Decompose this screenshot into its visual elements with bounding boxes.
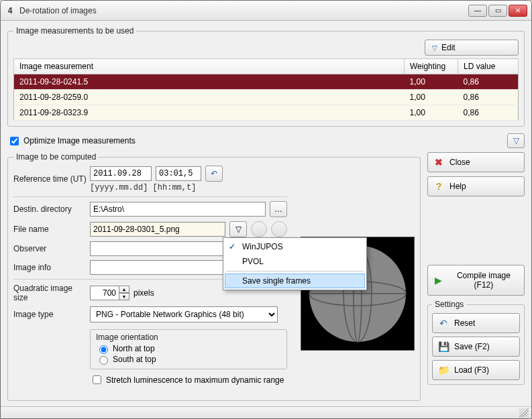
measurements-legend: Image measurements to be used — [13, 26, 136, 36]
settings-group: Settings ↶Reset 💾Save (F2) 📁Load (F3) — [427, 300, 525, 385]
maximize-button[interactable]: ▭ — [488, 5, 507, 17]
col-weight[interactable]: Weighting — [405, 59, 458, 74]
close-icon: ✖ — [433, 157, 444, 168]
edit-button[interactable]: ▽ Edit — [425, 40, 519, 56]
close-button[interactable]: ✖Close — [427, 152, 525, 172]
chevron-down-icon: ▽ — [235, 225, 242, 234]
menu-item[interactable]: PVOL — [225, 254, 365, 269]
undo-icon: ↶ — [211, 169, 217, 178]
quad-size-spinner[interactable]: ▲▼ — [90, 286, 129, 300]
window-title: De-rotation of images — [19, 6, 468, 15]
reset-button[interactable]: ↶Reset — [432, 313, 520, 333]
image-type-select[interactable]: PNG - Portable Network Graphics (48 bit) — [90, 306, 278, 322]
spin-down[interactable]: ▼ — [119, 293, 129, 300]
app-icon: 4 — [5, 5, 15, 16]
extra-button-2[interactable] — [271, 221, 287, 237]
reset-time-button[interactable]: ↶ — [205, 166, 223, 182]
file-name-input[interactable] — [90, 222, 225, 237]
observer-input[interactable] — [90, 241, 224, 256]
image-info-label: Image info — [13, 263, 87, 272]
table-row[interactable]: 2011-09-28-0323.91,000,86 — [14, 105, 519, 121]
ref-time-label: Reference time (UT) — [13, 174, 87, 184]
quad-size-label: Quadratic image size — [13, 284, 87, 302]
ref-date-input[interactable] — [90, 166, 152, 181]
dest-dir-input[interactable] — [90, 202, 266, 217]
menu-item[interactable]: WinJUPOS — [225, 239, 365, 254]
measurements-group: Image measurements to be used ▽ Edit Ima… — [7, 26, 525, 127]
compute-group: Image to be computed Reference time (UT)… — [7, 152, 421, 401]
table-row[interactable]: 2011-09-28-0241.51,000,86 — [14, 74, 519, 90]
app-window: 4 De-rotation of images — ▭ ✕ Image meas… — [0, 0, 532, 419]
folder-icon: 📁 — [438, 365, 449, 375]
col-ld[interactable]: LD value — [458, 59, 519, 74]
menu-item[interactable]: Save single frames — [225, 274, 365, 288]
minimize-button[interactable]: — — [468, 5, 487, 17]
file-name-options-button[interactable]: ▽ — [229, 221, 247, 237]
orientation-south[interactable]: South at top — [96, 354, 281, 365]
resize-grip[interactable] — [519, 408, 529, 418]
file-name-dropdown: WinJUPOSPVOLSave single frames — [223, 237, 367, 290]
col-name[interactable]: Image measurement — [14, 59, 405, 74]
statusbar — [1, 406, 531, 418]
file-name-label: File name — [13, 225, 87, 234]
quad-size-input[interactable] — [90, 286, 119, 300]
orientation-legend: Image orientation — [96, 333, 281, 342]
load-settings-button[interactable]: 📁Load (F3) — [432, 360, 520, 380]
browse-dir-button[interactable]: … — [270, 201, 287, 217]
save-icon: 💾 — [438, 341, 449, 352]
optimize-checkbox[interactable]: Optimize Image measurements — [7, 135, 136, 147]
ellipsis-icon: … — [274, 204, 282, 214]
quad-unit: pixels — [134, 288, 154, 298]
measurements-table[interactable]: Image measurement Weighting LD value 201… — [13, 58, 519, 121]
chevron-down-icon: ▽ — [513, 136, 519, 145]
settings-legend: Settings — [432, 300, 466, 309]
play-icon: ▶ — [433, 275, 443, 286]
extra-button-1[interactable] — [251, 221, 267, 237]
stretch-checkbox[interactable]: Stretch luminescence to maximum dynamic … — [90, 373, 287, 386]
compile-button[interactable]: ▶Compile image (F12) — [427, 265, 525, 296]
collapse-button[interactable]: ▽ — [507, 133, 525, 148]
help-icon: ? — [433, 181, 444, 192]
ref-time-hint: [yyyy.mm.dd] [hh:mm,t] — [90, 183, 287, 192]
reset-icon: ↶ — [438, 318, 449, 328]
orientation-north[interactable]: North at top — [96, 343, 281, 354]
compute-legend: Image to be computed — [13, 152, 99, 162]
image-type-label: Image type — [13, 310, 87, 319]
help-button[interactable]: ?Help — [427, 176, 525, 196]
close-window-button[interactable]: ✕ — [509, 5, 527, 17]
ref-time-input[interactable] — [156, 166, 201, 181]
orientation-group: Image orientation North at top South at … — [90, 329, 287, 369]
save-settings-button[interactable]: 💾Save (F2) — [432, 337, 520, 357]
table-row[interactable]: 2011-09-28-0259.01,000,86 — [14, 90, 519, 105]
chevron-down-icon: ▽ — [432, 44, 437, 52]
dest-dir-label: Destin. directory — [13, 204, 87, 214]
titlebar: 4 De-rotation of images — ▭ ✕ — [1, 1, 531, 21]
observer-label: Observer — [13, 244, 87, 253]
spin-up[interactable]: ▲ — [119, 286, 129, 293]
